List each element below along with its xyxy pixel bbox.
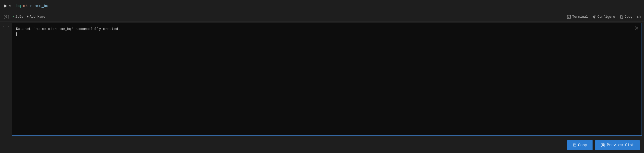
execution-time: 2.5s — [16, 15, 23, 19]
main-area: ··· Dataset 'runme-ci:runme_bq' successf… — [0, 22, 644, 137]
top-bar: bq mk runme_bq — [0, 0, 644, 12]
svg-rect-7 — [574, 144, 576, 147]
status-bar: [6] ✓ 2.5s + Add Name Terminal — [0, 12, 644, 22]
plus-icon: + — [27, 15, 29, 19]
ellipsis-icon: ··· — [2, 25, 10, 29]
svg-point-3 — [593, 16, 595, 17]
cell-number: [6] — [3, 15, 9, 19]
close-button[interactable] — [634, 25, 639, 31]
add-name-label: Add Name — [30, 15, 45, 19]
terminal-icon — [567, 15, 571, 19]
command-display: bq mk runme_bq — [16, 4, 48, 8]
terminal-label: Terminal — [572, 15, 588, 19]
close-icon — [635, 26, 639, 30]
status-bar-right: Terminal Configure Copy sh — [567, 15, 641, 19]
github-icon — [601, 143, 605, 147]
copy-button-icon — [573, 143, 576, 147]
configure-label: Configure — [597, 15, 615, 19]
svg-point-8 — [601, 143, 605, 147]
status-check: ✓ 2.5s — [13, 15, 23, 19]
output-text: Dataset 'runme-ci:runme_bq' successfully… — [16, 26, 638, 32]
preview-gist-button[interactable]: Preview Gist — [595, 140, 640, 150]
copy-toolbar-label: Copy — [625, 15, 633, 19]
dots-menu[interactable]: ··· — [0, 22, 12, 137]
bottom-bar: Copy Preview Gist — [0, 137, 644, 153]
play-icon — [3, 4, 8, 8]
run-button[interactable] — [3, 4, 11, 8]
preview-gist-label: Preview Gist — [607, 143, 634, 147]
shell-indicator: sh — [637, 15, 641, 19]
chevron-down-icon — [9, 5, 11, 7]
cursor — [16, 32, 17, 36]
cmd-bq: bq — [16, 4, 21, 8]
check-icon: ✓ — [13, 15, 14, 19]
copy-button-label: Copy — [578, 143, 587, 147]
output-panel: Dataset 'runme-ci:runme_bq' successfully… — [12, 23, 642, 136]
copy-button[interactable]: Copy — [567, 140, 593, 150]
cmd-mk: mk — [23, 4, 28, 8]
svg-marker-0 — [4, 4, 7, 8]
add-name-button[interactable]: + Add Name — [27, 15, 45, 19]
copy-icon — [620, 15, 623, 19]
svg-rect-4 — [621, 16, 623, 19]
copy-toolbar-button[interactable]: Copy — [620, 15, 633, 19]
gear-icon — [592, 15, 596, 19]
main-container: bq mk runme_bq [6] ✓ 2.5s + Add Name — [0, 0, 644, 153]
terminal-button[interactable]: Terminal — [567, 15, 588, 19]
configure-button[interactable]: Configure — [592, 15, 615, 19]
cmd-runme-bq: runme_bq — [30, 4, 48, 8]
